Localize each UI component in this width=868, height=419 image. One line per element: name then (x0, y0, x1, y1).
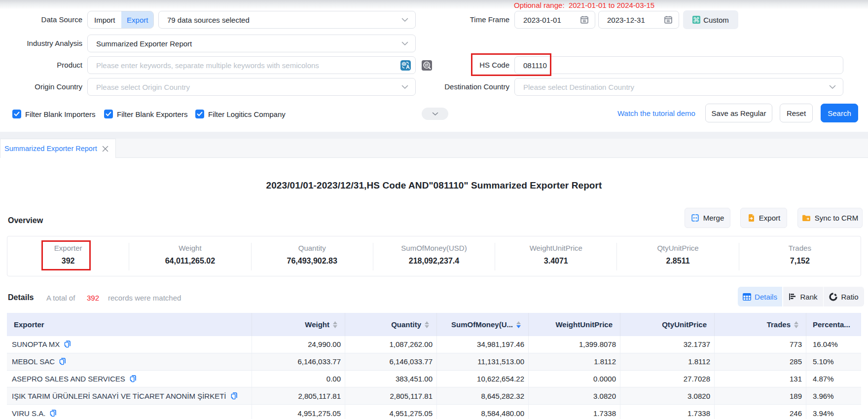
export-button-label: Export (759, 214, 780, 222)
destination-country-select[interactable]: Please select Destination Country (514, 78, 843, 96)
stat-weight-value: 64,011,265.02 (129, 257, 251, 266)
table-row[interactable]: SUNOPTA MX 24,990.00 1,087,262.00 34,981… (7, 336, 861, 353)
table-row[interactable]: MEBOL SAC 6,146,033.77 6,146,033.77 11,1… (7, 353, 861, 371)
destination-country-placeholder: Please select Destination Country (515, 83, 634, 91)
sort-icons[interactable] (425, 321, 429, 328)
details-heading: Details (8, 293, 34, 302)
column-header-label: Trades (767, 320, 791, 329)
cell-text: 1.7338 (687, 409, 710, 418)
search-button[interactable]: Search (821, 104, 858, 122)
details-table: Exporter Weight Quantity SumOfMoney(U...… (7, 313, 861, 419)
table-row[interactable]: ASEPRO SALES AND SERVICES 0.00 383,451.0… (7, 371, 861, 388)
export-button[interactable]: Export (740, 208, 787, 228)
view-rank-button[interactable]: Rank (783, 287, 823, 306)
cell-text: 2,805,117.81 (298, 392, 341, 400)
cell-percentage: 3.94% (806, 405, 861, 419)
start-date-input[interactable]: 2023-01-01 (514, 11, 595, 29)
cell-text: 1.7338 (593, 409, 616, 418)
filter-blank-importers-label: Filter Blank Importers (25, 110, 96, 118)
table-row[interactable]: VIRU S.A. 4,951,275.05 4,951,275.05 8,58… (7, 405, 861, 419)
merge-button-label: Merge (703, 214, 724, 222)
cell-exporter: SUNOPTA MX (7, 336, 252, 353)
table-row[interactable]: IŞIK TARIM ÜRÜNLERİ SANAYİ VE TİCARET AN… (7, 387, 861, 405)
cell-exporter: IŞIK TARIM ÜRÜNLERİ SANAYİ VE TİCARET AN… (7, 387, 252, 404)
cell-text: 4,951,275.05 (389, 409, 433, 418)
custom-button[interactable]: Custom (683, 10, 738, 29)
filter-blank-exporters-checkbox[interactable]: Filter Blank Exporters (104, 109, 187, 119)
column-header-percentage[interactable]: Percenta... (806, 313, 861, 336)
close-icon[interactable] (102, 146, 108, 152)
cell-trades: 246 (715, 405, 806, 419)
cell-text: 6,146,033.77 (389, 357, 433, 366)
column-header-quantity[interactable]: Quantity (345, 313, 437, 336)
hs-code-input[interactable]: 081110 (514, 56, 843, 74)
column-header-weight[interactable]: Weight (252, 313, 345, 336)
origin-country-placeholder: Please select Origin Country (88, 83, 190, 91)
export-file-icon (747, 214, 755, 222)
cell-quantity: 2,805,117.81 (345, 387, 437, 404)
reset-button[interactable]: Reset (780, 104, 813, 122)
tab-summarized-exporter-report[interactable]: Summarized Exporter Report (0, 139, 116, 158)
cell-text: 1.8112 (688, 357, 710, 366)
origin-country-select[interactable]: Please select Origin Country (87, 78, 416, 96)
cell-text: 4.87% (813, 375, 834, 383)
column-header-qty-unit-price[interactable]: QtyUnitPrice (620, 313, 715, 336)
column-header-sum-of-money[interactable]: SumOfMoney(U... (437, 313, 529, 336)
view-rank-label: Rank (800, 293, 817, 301)
sort-icons[interactable] (794, 321, 798, 328)
copy-icon[interactable] (50, 410, 56, 417)
command-icon (692, 16, 700, 24)
column-header-weight-unit-price[interactable]: WeightUnitPrice (529, 313, 620, 336)
table-view-icon (743, 293, 751, 301)
cell-weight: 2,805,117.81 (252, 387, 345, 404)
cell-percentage: 4.87% (806, 371, 861, 387)
industry-analysis-select[interactable]: Summarized Exporter Report (87, 35, 416, 52)
copy-icon[interactable] (130, 375, 136, 382)
view-details-button[interactable]: Details (738, 287, 782, 306)
copy-icon[interactable] (231, 392, 237, 400)
overview-heading: Overview (8, 216, 43, 225)
sort-icons[interactable] (333, 321, 337, 328)
stat-sum-of-money-label: SumOfMoney(USD) (373, 244, 495, 252)
filter-blank-importers-checkbox[interactable]: Filter Blank Importers (12, 109, 96, 119)
column-header-trades[interactable]: Trades (715, 313, 806, 336)
top-shadow (0, 0, 868, 9)
import-toggle[interactable]: Import (88, 11, 121, 28)
cell-text: VIRU S.A. (12, 409, 45, 418)
stat-qty-unit-price-value: 2.8511 (617, 257, 738, 266)
end-date-input[interactable]: 2023-12-31 (598, 11, 679, 29)
details-total-prefix: A total of (46, 294, 75, 302)
cell-text: 1.8112 (594, 357, 616, 366)
merge-button[interactable]: Merge (685, 208, 730, 228)
cell-text: 0.00 (326, 375, 341, 383)
cell-text: 3.96% (813, 392, 834, 400)
sort-icons-descending-active[interactable] (516, 321, 521, 328)
copy-icon[interactable] (59, 358, 66, 365)
cell-qty-unit-price: 1.8112 (620, 353, 715, 370)
filter-logitics-company-checkbox[interactable]: Filter Logitics Company (195, 109, 286, 119)
stat-sum-of-money: SumOfMoney(USD) 218,092,237.4 (373, 244, 495, 266)
data-sources-select[interactable]: 79 data sources selected (158, 11, 416, 29)
cell-trades: 131 (715, 371, 806, 387)
cell-weight: 24,990.00 (252, 336, 345, 353)
tutorial-demo-link[interactable]: Watch the tutorial demo (617, 109, 695, 117)
export-toggle[interactable]: Export (121, 11, 153, 28)
cell-weight: 6,146,033.77 (252, 353, 345, 370)
cell-sum-of-money: 34,981,197.46 (437, 336, 529, 353)
stat-quantity-value: 76,493,902.83 (252, 257, 373, 266)
cell-sum-of-money: 8,584,480.00 (437, 405, 529, 419)
collapse-filters-button[interactable] (422, 108, 448, 120)
column-header-exporter[interactable]: Exporter (7, 313, 252, 336)
copy-icon[interactable] (64, 341, 71, 348)
product-input[interactable]: Please enter keywords, separate multiple… (87, 56, 416, 74)
save-as-regular-button[interactable]: Save as Regular (705, 104, 772, 122)
cell-text: 773 (790, 340, 802, 348)
cell-text: 5.10% (813, 357, 834, 366)
view-ratio-button[interactable]: Ratio (824, 287, 864, 306)
cell-text: 10,622,654.22 (477, 375, 524, 383)
cell-qty-unit-price: 32.1737 (620, 336, 715, 353)
sync-to-crm-button[interactable]: Sync to CRM (797, 208, 863, 228)
optional-range-note: Optional range: 2021-01-01 to 2024-03-15 (514, 1, 654, 9)
cell-quantity: 6,146,033.77 (345, 353, 437, 370)
checkbox-checked-icon (104, 110, 113, 118)
